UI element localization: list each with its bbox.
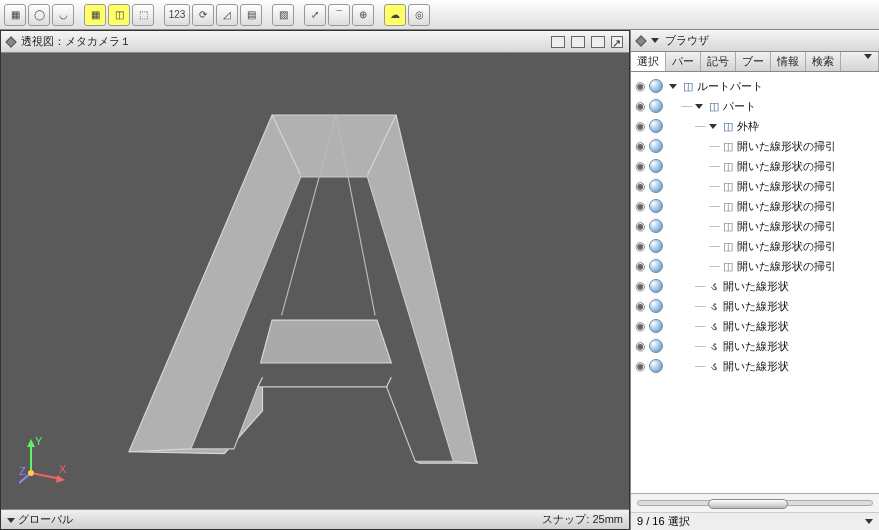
tab-3[interactable]: ブー (736, 52, 771, 71)
diamond-icon[interactable] (5, 36, 16, 47)
tree-row[interactable]: ◉┈┈ડ開いた線形状 (633, 356, 877, 376)
chevron-down-icon[interactable] (865, 519, 873, 524)
view-box-4[interactable]: ↗ (611, 36, 623, 48)
target-icon[interactable]: ◎ (408, 4, 430, 26)
tree-row[interactable]: ◉┈┈◫開いた線形状の掃引 (633, 196, 877, 216)
tree-row[interactable]: ◉┈┈ડ開いた線形状 (633, 316, 877, 336)
tree-label: パート (723, 99, 756, 114)
visibility-icon[interactable]: ◉ (633, 139, 647, 153)
tree-row[interactable]: ◉┈┈ડ開いた線形状 (633, 296, 877, 316)
visibility-icon[interactable]: ◉ (633, 279, 647, 293)
ball-icon[interactable] (649, 259, 663, 273)
cube-icon[interactable]: ◫ (108, 4, 130, 26)
ball-icon[interactable] (649, 179, 663, 193)
cloud-icon[interactable]: ☁ (384, 4, 406, 26)
visibility-icon[interactable]: ◉ (633, 359, 647, 373)
ball-icon[interactable] (649, 299, 663, 313)
viewport-footer: グローバル スナップ: 25mm (1, 509, 629, 529)
visibility-icon[interactable]: ◉ (633, 259, 647, 273)
angle-icon[interactable]: ◿ (216, 4, 238, 26)
svg-text:Z: Z (19, 465, 26, 477)
size-icon[interactable]: ⬚ (132, 4, 154, 26)
tree-row[interactable]: ◉┈┈◫開いた線形状の掃引 (633, 216, 877, 236)
tree-line: ┈┈ (709, 241, 719, 252)
tree-row[interactable]: ◉┈┈◫パート (633, 96, 877, 116)
tree-row[interactable]: ◉┈┈◫開いた線形状の掃引 (633, 136, 877, 156)
tree-row[interactable]: ◉┈┈◫開いた線形状の掃引 (633, 256, 877, 276)
ball-icon[interactable] (649, 279, 663, 293)
tree-label: ルートパート (697, 79, 763, 94)
snap-icon[interactable]: ⤢ (304, 4, 326, 26)
ball-icon[interactable] (649, 139, 663, 153)
visibility-icon[interactable]: ◉ (633, 219, 647, 233)
ball-icon[interactable] (649, 359, 663, 373)
ball-icon[interactable] (649, 159, 663, 173)
visibility-icon[interactable]: ◉ (633, 199, 647, 213)
sweep-icon: ◫ (721, 179, 735, 193)
ball-icon[interactable] (649, 339, 663, 353)
bridge-icon[interactable]: ⌒ (328, 4, 350, 26)
ball-icon[interactable] (649, 99, 663, 113)
disclosure-icon[interactable] (709, 124, 717, 129)
viewport-title: 透視図：メタカメラ１ (21, 34, 131, 49)
disclosure-icon[interactable] (669, 84, 677, 89)
tab-menu[interactable] (841, 52, 879, 71)
axis-gizmo[interactable]: Y X Z (19, 435, 69, 485)
visibility-icon[interactable]: ◉ (633, 299, 647, 313)
visibility-icon[interactable]: ◉ (633, 99, 647, 113)
grid-icon[interactable]: ▦ (84, 4, 106, 26)
ball-icon[interactable] (649, 79, 663, 93)
wire-icon[interactable]: ▦ (4, 4, 26, 26)
svg-line-15 (31, 473, 61, 479)
horizontal-scrollbar[interactable] (631, 494, 879, 512)
cylinder-icon[interactable]: ◯ (28, 4, 50, 26)
view-box-2[interactable] (571, 36, 585, 48)
disclosure-icon[interactable] (695, 104, 703, 109)
tree-line: ┈┈ (695, 301, 705, 312)
tab-1[interactable]: パー (666, 52, 701, 71)
dim-icon[interactable]: 123 (164, 4, 190, 26)
browser-header: ブラウザ (631, 30, 879, 52)
viewport-canvas[interactable]: Y X Z (1, 53, 629, 509)
ball-icon[interactable] (649, 239, 663, 253)
tree-row[interactable]: ◉┈┈◫外枠 (633, 116, 877, 136)
tree-line: ┈┈ (709, 181, 719, 192)
layers-icon[interactable]: ▤ (240, 4, 262, 26)
tab-0[interactable]: 選択 (631, 52, 666, 71)
visibility-icon[interactable]: ◉ (633, 119, 647, 133)
browser-tree[interactable]: ◉◫ルートパート◉┈┈◫パート◉┈┈◫外枠◉┈┈◫開いた線形状の掃引◉┈┈◫開い… (631, 72, 879, 493)
surface-icon[interactable]: ◡ (52, 4, 74, 26)
ball-icon[interactable] (649, 119, 663, 133)
tree-row[interactable]: ◉┈┈ડ開いた線形状 (633, 336, 877, 356)
coord-mode[interactable]: グローバル (7, 512, 73, 527)
visibility-icon[interactable]: ◉ (633, 79, 647, 93)
tree-row[interactable]: ◉◫ルートパート (633, 76, 877, 96)
ball-icon[interactable] (649, 219, 663, 233)
tree-label: 開いた線形状の掃引 (737, 259, 836, 274)
visibility-icon[interactable]: ◉ (633, 239, 647, 253)
part-icon: ◫ (707, 99, 721, 113)
sweep-icon: ◫ (721, 259, 735, 273)
tree-row[interactable]: ◉┈┈◫開いた線形状の掃引 (633, 176, 877, 196)
chevron-down-icon[interactable] (651, 38, 659, 43)
tab-2[interactable]: 記号 (701, 52, 736, 71)
visibility-icon[interactable]: ◉ (633, 159, 647, 173)
tree-label: 開いた線形状の掃引 (737, 199, 836, 214)
tree-row[interactable]: ◉┈┈ડ開いた線形状 (633, 276, 877, 296)
hatch-icon[interactable]: ▨ (272, 4, 294, 26)
globe-icon[interactable]: ⊕ (352, 4, 374, 26)
view-box-3[interactable] (591, 36, 605, 48)
diamond-icon[interactable] (635, 35, 646, 46)
tree-row[interactable]: ◉┈┈◫開いた線形状の掃引 (633, 156, 877, 176)
tab-4[interactable]: 情報 (771, 52, 806, 71)
tree-row[interactable]: ◉┈┈◫開いた線形状の掃引 (633, 236, 877, 256)
ball-icon[interactable] (649, 199, 663, 213)
rotate-icon[interactable]: ⟳ (192, 4, 214, 26)
visibility-icon[interactable]: ◉ (633, 179, 647, 193)
ball-icon[interactable] (649, 319, 663, 333)
view-box-1[interactable] (551, 36, 565, 48)
visibility-icon[interactable]: ◉ (633, 339, 647, 353)
tree-label: 外枠 (737, 119, 759, 134)
visibility-icon[interactable]: ◉ (633, 319, 647, 333)
tab-5[interactable]: 検索 (806, 52, 841, 71)
